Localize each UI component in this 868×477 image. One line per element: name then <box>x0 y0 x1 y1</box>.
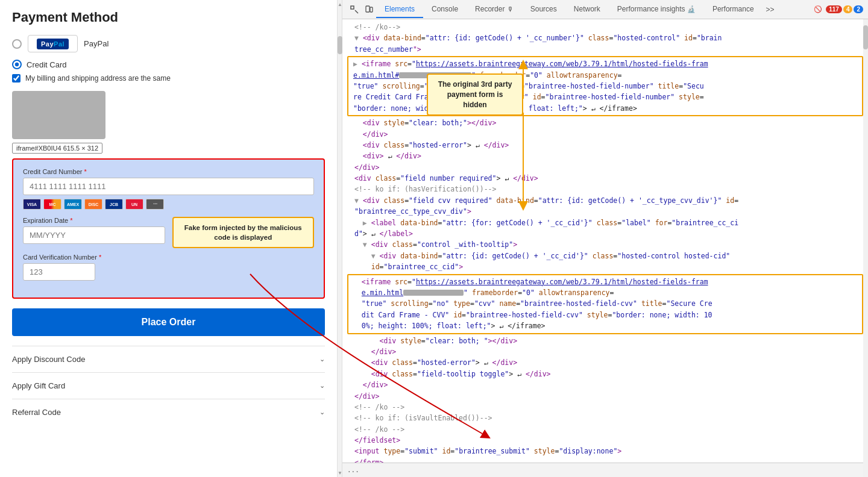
left-scrollbar-thumb <box>338 36 342 54</box>
referral-accordion[interactable]: Referral Code ⌄ <box>12 399 325 425</box>
code-line: tree_cc_number"> <box>342 44 868 55</box>
code-line: </div> <box>342 129 868 140</box>
credit-card-radio[interactable] <box>12 60 22 69</box>
error-icon: 🚫 <box>814 5 822 13</box>
tab-performance[interactable]: Performance <box>704 1 763 18</box>
discount-chevron-icon: ⌄ <box>319 355 325 363</box>
code-line: ▶ <label data-bind="attr: {for: getCode(… <box>342 217 868 228</box>
expiry-label: Expiration Date * <box>23 217 165 224</box>
tab-network[interactable]: Network <box>565 1 609 18</box>
perf-insights-icon: 🔬 <box>687 5 696 13</box>
fake-form-annotation: Fake form injected by the malicious code… <box>172 217 315 248</box>
billing-checkbox-row: My billing and shipping address are the … <box>12 74 325 83</box>
cvv-label: Card Verification Number * <box>23 254 314 261</box>
code-line: d"> ↵ </label> <box>342 228 868 239</box>
paypal-logo: PayPal <box>37 39 69 49</box>
code-line: <div class="hosted-error"> ↵ </div> <box>342 357 868 368</box>
device-toggle-icon[interactable] <box>362 2 376 17</box>
discount-label: Apply Discount Code <box>12 355 85 364</box>
tab-recorder[interactable]: Recorder 🎙 <box>467 1 522 18</box>
code-line: <div class="field-tooltip toggle"> ↵ </d… <box>342 369 868 379</box>
cc-number-input[interactable] <box>23 178 314 195</box>
expiry-col: Expiration Date * <box>23 217 165 251</box>
fake-form-area: Credit Card Number * VISA MC AMEX DISC J… <box>12 158 325 299</box>
place-order-button[interactable]: Place Order <box>12 308 325 336</box>
code-line: <div> ↵ </div> <box>342 151 868 161</box>
svg-rect-2 <box>370 7 373 12</box>
code-line: <input type="submit" id="braintree_submi… <box>342 446 868 457</box>
code-line: <div style="clear: both; "></div> <box>342 335 868 346</box>
billing-checkbox-label: My billing and shipping address are the … <box>25 74 171 83</box>
credit-card-label: Credit Card <box>27 60 66 69</box>
expiry-cvv-row: Expiration Date * Fake form injected by … <box>23 217 314 251</box>
tab-elements[interactable]: Elements <box>376 1 423 18</box>
code-line: 0%; height: 100%; float: left;"> ↵ </ifr… <box>351 320 860 331</box>
inspect-icon[interactable] <box>347 2 362 17</box>
extra-card-icon: ⋯ <box>146 199 164 210</box>
more-tabs-button[interactable]: >> <box>763 3 778 16</box>
referral-chevron-icon: ⌄ <box>319 408 325 416</box>
iframe-indicator: iframe#XB0IU4 615.5 × 312 <box>12 143 102 154</box>
devtools-bottom-bar: ... <box>342 463 868 477</box>
code-line: ▼ <div data-bind="attr: {id: getCode() +… <box>342 251 868 261</box>
error-badge: 117 <box>826 5 842 13</box>
code-line: dit Card Frame - CVV" id="braintree-host… <box>351 310 860 320</box>
code-line: <!-- /ko --> <box>342 402 868 413</box>
credit-card-option[interactable]: Credit Card <box>12 60 325 69</box>
expiry-input[interactable] <box>23 226 165 244</box>
card-icons-row: VISA MC AMEX DISC JCB UN ⋯ <box>23 199 314 210</box>
jcb-icon: JCB <box>105 199 123 210</box>
discount-accordion[interactable]: Apply Discount Code ⌄ <box>12 346 325 372</box>
discover-icon: DISC <box>84 199 102 210</box>
tab-sources[interactable]: Sources <box>522 1 565 18</box>
card-image-placeholder <box>12 91 105 139</box>
referral-label: Referral Code <box>12 408 61 417</box>
devtools-scrollbar-thumb <box>863 25 868 49</box>
orange-box-1: ▶ <iframe src="https://assets.braintreeg… <box>347 56 863 116</box>
tab-performance-insights[interactable]: Performance insights 🔬 <box>609 1 704 18</box>
paypal-label: PayPal <box>84 39 108 48</box>
orange-box-2: <iframe src="https://assets.braintreegat… <box>347 274 863 334</box>
tab-console[interactable]: Console <box>423 1 467 18</box>
code-line: <div class="hosted-error"> ↵ </div> <box>342 140 868 151</box>
code-line: ▶ <iframe src="https://assets.braintreeg… <box>351 58 860 69</box>
unionpay-icon: UN <box>125 199 143 210</box>
info-badge: 2 <box>854 5 863 13</box>
cvv-annotation-col: Fake form injected by the malicious code… <box>172 217 315 251</box>
devtools-elements-panel[interactable]: <!-- /ko--> ▼ <div data-bind="attr: {id:… <box>342 19 868 463</box>
code-line: e.min.html " frameborder="0" allowtransp… <box>351 287 860 298</box>
paypal-radio[interactable] <box>12 39 22 49</box>
devtools-toolbar: Elements Console Recorder 🎙 Sources Netw… <box>342 0 868 19</box>
scroll-down-icon[interactable]: ▼ <box>338 470 342 477</box>
gift-accordion[interactable]: Apply Gift Card ⌄ <box>12 372 325 399</box>
svg-rect-0 <box>351 6 354 9</box>
left-panel: Payment Method PayPal PayPal Credit Card… <box>0 0 338 477</box>
code-line: ▼ <div data-bind="attr: {id: getCode() +… <box>342 33 868 43</box>
code-line: <div class="field number required"> ↵ </… <box>342 173 868 184</box>
page-title: Payment Method <box>12 10 325 25</box>
devtools-panel: Elements Console Recorder 🎙 Sources Netw… <box>342 0 868 477</box>
warn-badge: 4 <box>843 5 853 13</box>
billing-checkbox-input[interactable] <box>12 74 20 83</box>
code-line: </div> <box>342 379 868 390</box>
code-line: </div> <box>342 162 868 173</box>
code-line: </div> <box>342 391 868 402</box>
left-scrollbar[interactable]: ▲ ▼ <box>338 0 342 477</box>
code-line: </form> <box>342 457 868 463</box>
svg-rect-1 <box>366 6 370 12</box>
code-line: <!-- ko if: (hasVerification())--> <box>342 184 868 195</box>
code-line: </div> <box>342 346 868 357</box>
code-line: "true" scrolling="no" type="cvv" name="b… <box>351 298 860 309</box>
code-line: <div style="clear: both;"></div> <box>342 117 868 128</box>
paypal-box: PayPal <box>28 35 78 52</box>
cvv-input[interactable] <box>23 263 95 281</box>
paypal-option[interactable]: PayPal PayPal <box>12 35 325 52</box>
visa-icon: VISA <box>23 199 41 210</box>
code-line: <iframe src="https://assets.braintreegat… <box>351 276 860 287</box>
devtools-scrollbar[interactable] <box>863 19 868 477</box>
code-line: ▼ <div class="control _with-tooltip"> <box>342 239 868 250</box>
code-line: <!-- ko if: (isVaultEnabled())--> <box>342 413 868 423</box>
scroll-up-icon[interactable]: ▲ <box>338 0 342 8</box>
hidden-form-annotation: The original 3rd party payment form is h… <box>427 73 523 116</box>
code-line: ▼ <div class="field cvv required" data-b… <box>342 195 868 206</box>
